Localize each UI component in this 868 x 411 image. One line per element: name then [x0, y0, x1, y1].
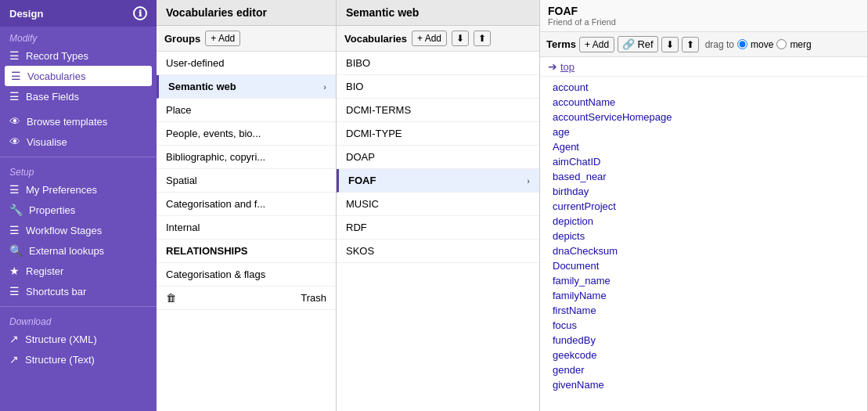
list-item[interactable]: Categorisation and f... — [157, 193, 336, 216]
trash-icon: 🗑 — [166, 292, 176, 304]
merge-radio[interactable] — [776, 39, 787, 49]
list-icon: ☰ — [9, 183, 20, 196]
search-icon: 🔍 — [9, 244, 23, 257]
sidebar-item-properties[interactable]: 🔧 Properties — [0, 200, 157, 220]
list-item-semantic-web[interactable]: Semantic web › — [157, 75, 336, 99]
download-term-button[interactable]: ⬇ — [661, 37, 679, 52]
foaf-term-item[interactable]: geekcode — [540, 348, 867, 362]
foaf-term-item[interactable]: givenName — [540, 377, 867, 392]
sidebar-item-visualise[interactable]: 👁 Visualise — [0, 132, 157, 152]
sidebar-item-record-types[interactable]: ☰ Record Types — [0, 45, 157, 66]
sidebar-item-structure-xml[interactable]: ↗ Structure (XML) — [0, 329, 157, 349]
wrench-icon: 🔧 — [9, 204, 23, 216]
foaf-term-item[interactable]: fundedBy — [540, 333, 867, 348]
sidebar-item-label: My Preferences — [26, 184, 97, 196]
sidebar-header: Design ℹ — [0, 0, 157, 27]
foaf-term-item[interactable]: currentProject — [540, 199, 867, 214]
eye-icon: 👁 — [9, 115, 20, 128]
top-label: top — [560, 61, 574, 73]
foaf-term-item[interactable]: birthday — [540, 184, 867, 199]
foaf-subtitle: Friend of a Friend — [548, 17, 859, 27]
download-vocab-button[interactable]: ⬇ — [452, 31, 469, 46]
sidebar-item-workflow-stages[interactable]: ☰ Workflow Stages — [0, 220, 157, 240]
sidebar-item-label: Record Types — [26, 50, 88, 62]
sidebar-item-label: Vocabularies — [27, 70, 85, 82]
list-item-doap[interactable]: DOAP — [337, 146, 539, 169]
list-item[interactable]: Bibliographic, copyri... — [157, 146, 336, 169]
list-item-dcmi-terms[interactable]: DCMI-TERMS — [337, 99, 539, 122]
add-group-button[interactable]: + Add — [205, 31, 240, 46]
foaf-term-item[interactable]: focus — [540, 318, 867, 333]
foaf-term-item[interactable]: gender — [540, 362, 867, 377]
list-item-bibo[interactable]: BIBO — [337, 52, 539, 75]
sidebar-item-label: Visualise — [27, 136, 67, 148]
export-icon: ↗ — [9, 353, 19, 366]
foaf-term-item[interactable]: accountName — [540, 95, 867, 110]
modify-label: Modify — [0, 27, 157, 45]
list-item-bio[interactable]: BIO — [337, 75, 539, 99]
list-item-dcmi-type[interactable]: DCMI-TYPE — [337, 122, 539, 146]
foaf-term-item[interactable]: firstName — [540, 303, 867, 318]
sidebar-item-shortcuts-bar[interactable]: ☰ Shortcuts bar — [0, 281, 157, 301]
list-item-rdf[interactable]: RDF — [337, 216, 539, 240]
foaf-term-item[interactable]: familyName — [540, 288, 867, 303]
ref-button[interactable]: 🔗 Ref — [618, 36, 658, 52]
add-vocabulary-button[interactable]: + Add — [412, 31, 447, 46]
foaf-term-item[interactable]: based_near — [540, 169, 867, 184]
list-item[interactable]: People, events, bio... — [157, 122, 336, 146]
info-icon[interactable]: ℹ — [133, 6, 147, 20]
list-item-trash[interactable]: 🗑 Trash — [157, 287, 336, 310]
semantic-web-panel: Semantic web Vocabularies + Add ⬇ ⬆ BIBO… — [337, 0, 540, 411]
foaf-term-item[interactable]: Agent — [540, 139, 867, 154]
add-term-button[interactable]: + Add — [579, 37, 614, 52]
upload-vocab-button[interactable]: ⬆ — [474, 31, 491, 46]
foaf-term-item[interactable]: family_name — [540, 273, 867, 288]
list-item[interactable]: Place — [157, 99, 336, 122]
sidebar-item-label: Workflow Stages — [26, 225, 102, 236]
foaf-term-item[interactable]: age — [540, 124, 867, 139]
foaf-title: FOAF — [548, 5, 859, 17]
sidebar-item-label: Properties — [29, 204, 75, 216]
sidebar-item-label: External lookups — [29, 245, 104, 257]
foaf-term-item[interactable]: account — [540, 80, 867, 95]
sidebar-item-label: Browse templates — [27, 116, 107, 128]
sidebar-item-vocabularies[interactable]: ☰ Vocabularies — [5, 66, 152, 86]
foaf-term-item[interactable]: Document — [540, 258, 867, 273]
sidebar-item-browse-templates[interactable]: 👁 Browse templates — [0, 111, 157, 132]
list-item[interactable]: Internal — [157, 216, 336, 240]
sidebar-item-base-fields[interactable]: ☰ Base Fields — [0, 86, 157, 106]
chevron-right-icon: › — [323, 82, 326, 92]
list-item[interactable]: Categorisation & flags — [157, 263, 336, 287]
sidebar-item-label: Register — [26, 265, 63, 277]
foaf-term-item[interactable]: accountServiceHomepage — [540, 110, 867, 124]
sidebar-item-structure-text[interactable]: ↗ Structure (Text) — [0, 349, 157, 370]
foaf-term-item[interactable]: aimChatID — [540, 154, 867, 169]
foaf-term-item[interactable]: dnaChecksum — [540, 243, 867, 258]
move-radio-group: move — [737, 39, 773, 50]
foaf-terms-list: accountaccountNameaccountServiceHomepage… — [540, 77, 867, 411]
list-icon: ☰ — [9, 224, 20, 236]
move-radio[interactable] — [737, 39, 747, 49]
list-item[interactable]: RELATIONSHIPS — [157, 240, 336, 263]
list-item-foaf[interactable]: FOAF › — [337, 169, 539, 193]
list-icon: ☰ — [9, 285, 20, 297]
list-item[interactable]: Spatial — [157, 169, 336, 193]
list-item[interactable]: User-defined — [157, 52, 336, 75]
merge-radio-group: merg — [776, 39, 811, 50]
list-item-music[interactable]: MUSIC — [337, 193, 539, 216]
vocabularies-label: Vocabularies — [344, 33, 407, 45]
vocab-groups-list: User-defined Semantic web › Place People… — [157, 52, 336, 411]
export-icon: ↗ — [9, 333, 19, 345]
list-item-skos[interactable]: SKOS — [337, 240, 539, 263]
sidebar-item-external-lookups[interactable]: 🔍 External lookups — [0, 240, 157, 261]
chevron-right-icon: › — [527, 176, 530, 186]
foaf-term-item[interactable]: depicts — [540, 229, 867, 243]
merge-label: merg — [790, 39, 811, 50]
vocabularies-list: BIBO BIO DCMI-TERMS DCMI-TYPE DOAP FOAF … — [337, 52, 539, 411]
upload-term-button[interactable]: ⬆ — [682, 37, 699, 52]
sidebar-item-register[interactable]: ★ Register — [0, 261, 157, 281]
drag-to-label: drag to — [705, 39, 734, 50]
foaf-top-indicator: ➔ top — [540, 57, 867, 77]
sidebar-item-my-preferences[interactable]: ☰ My Preferences — [0, 179, 157, 200]
foaf-term-item[interactable]: depiction — [540, 214, 867, 229]
